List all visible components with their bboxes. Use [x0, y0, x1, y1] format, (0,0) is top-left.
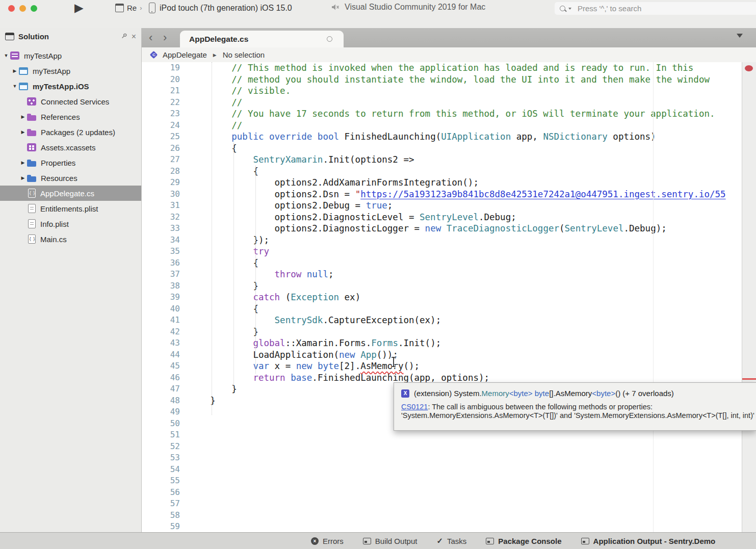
code-token-pln: { [189, 258, 258, 268]
code-line-20[interactable]: 20 // method you should instantiate the … [142, 74, 756, 86]
close-pad-icon[interactable]: × [132, 33, 136, 41]
code-line-23[interactable]: 23 // You have 17 seconds to return from… [142, 108, 756, 120]
extension-method-icon: X [401, 389, 409, 398]
sidebar-item-mytestapp[interactable]: ▶myTestApp [0, 63, 141, 79]
line-number: 48 [142, 395, 180, 407]
code-line-58[interactable]: 58 [142, 510, 756, 521]
code-line-57[interactable]: 57 [142, 498, 756, 510]
code-token-pln: }); [189, 235, 269, 245]
error-code-link[interactable]: CS0121 [401, 403, 428, 411]
statusbar-item-label: Tasks [447, 537, 466, 545]
code-token-pln: .FinishedLaunching(app, options); [312, 373, 489, 383]
code-text: // [189, 120, 242, 132]
sidebar-item-main-cs[interactable]: Main.cs [0, 231, 141, 247]
code-editor[interactable]: 19 // This method is invoked when the ap… [142, 62, 756, 549]
sidebar-item-packages-2-updates[interactable]: ▶Packages (2 updates) [0, 124, 141, 140]
sidebar-item-resources[interactable]: ▶Resources [0, 170, 141, 186]
sidebar-item-references[interactable]: ▶References [0, 109, 141, 124]
line-number: 21 [142, 85, 180, 97]
code-line-22[interactable]: 22 // [142, 97, 756, 109]
code-text: public override bool FinishedLaunching(U… [189, 131, 656, 143]
code-token-kw: new [339, 350, 355, 360]
statusbar-item-errors[interactable]: ×Errors [311, 537, 344, 545]
code-token-typ: SentrySdk [275, 315, 323, 325]
code-token-typ: UIApplication [441, 132, 511, 142]
chevron-right-icon[interactable]: ▶ [19, 160, 27, 165]
code-token-ctl: global [253, 338, 285, 348]
navigate-back-button[interactable]: ‹ [149, 29, 152, 46]
global-search[interactable] [555, 2, 756, 15]
solution-tree: ▼myTestApp▶myTestApp▼myTestApp.iOSConnec… [0, 45, 141, 247]
scrollbar-error-marker [742, 378, 756, 380]
breadcrumb-selection[interactable]: No selection [223, 50, 265, 59]
code-line-54[interactable]: 54 [142, 464, 756, 476]
chevron-right-icon[interactable]: ▶ [19, 114, 27, 119]
chevron-right-icon[interactable]: ▶ [19, 175, 27, 180]
code-token-pln: { [189, 166, 258, 176]
code-text: // This method is invoked when the appli… [189, 62, 693, 74]
code-token-kw: public override bool [231, 132, 339, 142]
sidebar-item-entitlements-plist[interactable]: Entitlements.plist [0, 201, 141, 216]
code-line-55[interactable]: 55 [142, 475, 756, 487]
code-token-com: // [189, 120, 242, 130]
chevron-right-icon[interactable]: ▶ [19, 129, 27, 135]
code-line-24[interactable]: 24 // [142, 120, 756, 132]
sidebar-item-connected-services[interactable]: Connected Services [0, 94, 141, 109]
code-token-pln: ex) [339, 292, 360, 302]
code-line-53[interactable]: 53 [142, 452, 756, 464]
line-number: 42 [142, 326, 180, 338]
tab-appdelegate[interactable]: AppDelegate.cs [180, 31, 344, 47]
editor-scrollbar[interactable] [742, 62, 756, 549]
code-token-typ: SentryLevel [565, 223, 624, 233]
code-token-pln [189, 315, 275, 325]
code-token-typ: NSDictionary [543, 132, 607, 142]
line-number: 52 [142, 441, 180, 453]
tooltip-error-detail: 'System.MemoryExtensions.AsMemory<T>(T[]… [401, 411, 752, 420]
configuration-selector[interactable]: Re › [115, 4, 142, 12]
chevron-right-icon[interactable]: ▶ [11, 68, 19, 73]
statusbar-item-label: Build Output [375, 537, 418, 545]
tab-modified-icon[interactable] [327, 36, 332, 42]
code-line-21[interactable]: 21 // visible. [142, 85, 756, 97]
code-line-19[interactable]: 19 // This method is invoked when the ap… [142, 62, 756, 74]
chevron-down-icon[interactable]: ▼ [2, 53, 10, 58]
minimize-window-button[interactable] [19, 5, 26, 12]
sidebar-item-appdelegate-cs[interactable]: AppDelegate.cs [0, 186, 141, 201]
code-text: } [189, 326, 258, 338]
code-line-59[interactable]: 59 [142, 521, 756, 533]
statusbar-item-build-output[interactable]: Build Output [363, 537, 418, 545]
code-token-pln: .Debug); [623, 223, 666, 233]
zoom-window-button[interactable] [31, 5, 37, 12]
solution-pad-icon [5, 33, 14, 40]
sidebar-item-mytestapp[interactable]: ▼myTestApp [0, 48, 141, 63]
line-number: 55 [142, 475, 180, 487]
pin-icon[interactable] [121, 33, 127, 41]
search-input[interactable] [577, 4, 732, 13]
code-text: { [189, 143, 237, 154]
sidebar-item-mytestapp-ios[interactable]: ▼myTestApp.iOS [0, 79, 141, 94]
statusbar-item-application-output-sentry-demo[interactable]: Application Output - Sentry.Demo [581, 537, 716, 545]
statusbar-item-label: Application Output - Sentry.Demo [593, 537, 716, 545]
code-line-56[interactable]: 56 [142, 487, 756, 499]
sidebar-item-properties[interactable]: ▶Properties [0, 155, 141, 170]
code-line-51[interactable]: 51 [142, 429, 756, 441]
tab-overflow-button[interactable] [737, 34, 743, 38]
navigate-forward-button[interactable]: › [163, 29, 167, 46]
breadcrumb-class[interactable]: AppDelegate [163, 50, 207, 59]
statusbar-item-package-console[interactable]: Package Console [486, 537, 561, 545]
sidebar-item-assets-xcassets[interactable]: Assets.xcassets [0, 140, 141, 155]
code-line-25[interactable]: 25 public override bool FinishedLaunchin… [142, 131, 756, 143]
code-line-52[interactable]: 52 [142, 441, 756, 453]
main-area: Solution × ▼myTestApp▶myTestApp▼myTestAp… [0, 28, 756, 549]
code-text: options2.DiagnosticLogger = new TraceDia… [189, 223, 667, 234]
statusbar: ×ErrorsBuild Output✓TasksPackage Console… [0, 532, 756, 549]
statusbar-item-tasks[interactable]: ✓Tasks [436, 536, 466, 545]
chevron-down-icon[interactable]: ▼ [11, 84, 19, 89]
breadcrumb-separator-icon: ▶ [213, 53, 217, 58]
sidebar-item-info-plist[interactable]: Info.plist [0, 216, 141, 231]
device-selector[interactable]: iPod touch (7th generation) iOS 15.0 [149, 3, 292, 13]
run-button[interactable]: ▶ [74, 1, 84, 15]
code-token-pln [189, 132, 231, 142]
close-window-button[interactable] [8, 5, 15, 12]
console-icon [486, 538, 494, 544]
